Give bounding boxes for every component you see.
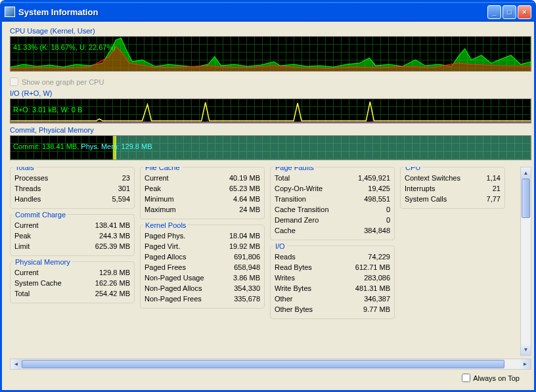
show-per-cpu-label: Show one graph per CPU — [22, 78, 104, 86]
page-faults-group: Page Faults Total1,459,921 Copy-On-Write… — [270, 167, 395, 240]
kernel-pools-group: Kernel Pools Paged Phys.18.04 MB Paged V… — [140, 225, 265, 309]
cpu-group: CPU Context Switches1,14 Interrupts21 Sy… — [400, 167, 505, 209]
io-graph: R+O: 3.01 kB, W: 0 B — [10, 98, 531, 123]
io-graph-label: I/O (R+O, W) — [10, 89, 531, 97]
cpu-graph: 41.33% (K: 18.67%, U: 22.67%) — [10, 36, 531, 72]
scroll-up-icon[interactable]: ▲ — [521, 167, 531, 179]
commit-charge-group: Commit Charge Current138.41 MB Peak244.3… — [10, 214, 135, 256]
maximize-button[interactable]: □ — [502, 5, 516, 19]
scroll-right-icon[interactable]: ► — [520, 359, 531, 369]
mem-graph-label: Commit, Physical Memory — [10, 126, 531, 134]
totals-group: Totals Processes23 Threads301 Handles5,5… — [10, 167, 135, 209]
vertical-scrollbar[interactable]: ▲ ▼ — [520, 167, 531, 356]
always-on-top-label: Always on Top — [473, 374, 520, 382]
titlebar[interactable]: System Information _ □ × — [2, 2, 534, 22]
io-graph-readout: R+O: 3.01 kB, W: 0 B — [13, 106, 82, 114]
horizontal-scrollbar[interactable]: ◄ ► — [10, 359, 531, 370]
minimize-button[interactable]: _ — [487, 5, 501, 19]
app-icon — [5, 7, 15, 17]
system-information-window: System Information _ □ × CPU Usage (Kern… — [0, 0, 536, 392]
file-cache-group: File Cache Current40.19 MB Peak65.23 MB … — [140, 167, 265, 219]
show-per-cpu-checkbox — [10, 77, 18, 86]
stats-panel: Totals Processes23 Threads301 Handles5,5… — [10, 167, 520, 356]
horizontal-scrollbar-thumb[interactable] — [22, 360, 504, 368]
io-group: I/O Reads74,229 Read Bytes612.71 MB Writ… — [270, 246, 395, 319]
cpu-graph-readout: 41.33% (K: 18.67%, U: 22.67%) — [13, 43, 116, 51]
window-title: System Information — [18, 7, 98, 17]
content-area: CPU Usage (Kernel, User) 41.33% (K: 18.6… — [2, 22, 534, 390]
scroll-left-icon[interactable]: ◄ — [11, 359, 22, 369]
scroll-down-icon[interactable]: ▼ — [521, 344, 531, 355]
always-on-top-checkbox[interactable] — [462, 374, 470, 382]
mem-graph: Commit: 138.41 MB, Phys. Mem: 129.8 MB — [10, 135, 531, 160]
physical-memory-group: Physical Memory Current129.8 MB System C… — [10, 261, 135, 303]
vertical-scrollbar-thumb[interactable] — [522, 179, 530, 218]
close-button[interactable]: × — [518, 5, 531, 19]
cpu-graph-label: CPU Usage (Kernel, User) — [10, 27, 531, 35]
mem-graph-readout: Commit: 138.41 MB, Phys. Mem: 129.8 MB — [13, 142, 152, 150]
